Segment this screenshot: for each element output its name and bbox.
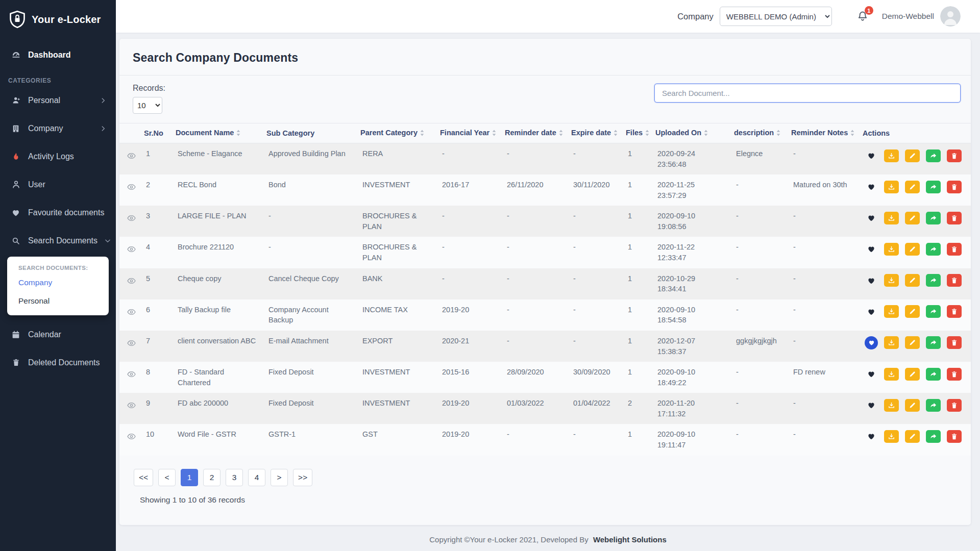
download-button[interactable] <box>884 399 899 412</box>
download-button[interactable] <box>884 181 899 193</box>
download-button[interactable] <box>884 212 899 224</box>
column-header-reminder-date[interactable]: Reminder date <box>501 123 567 143</box>
download-button[interactable] <box>884 149 899 162</box>
edit-button[interactable] <box>905 305 920 318</box>
delete-button[interactable] <box>947 212 962 224</box>
page-button-4[interactable]: 4 <box>248 469 265 486</box>
page-button-1[interactable]: 1 <box>181 469 198 486</box>
sidebar-item-company[interactable]: Company <box>0 114 116 142</box>
share-button[interactable] <box>926 305 941 318</box>
sidebar-item-deleted-documents[interactable]: Deleted Documents <box>0 348 116 377</box>
favourite-button[interactable] <box>865 398 878 412</box>
app-logo[interactable]: Your e-Locker <box>0 0 116 38</box>
page-button-3[interactable]: 3 <box>226 469 243 486</box>
favourite-button[interactable] <box>865 180 878 193</box>
delete-button[interactable] <box>947 181 962 193</box>
favourite-button[interactable] <box>865 305 878 318</box>
share-button[interactable] <box>926 368 941 381</box>
download-button[interactable] <box>884 336 899 349</box>
column-header-uploaded-on[interactable]: Uploaded On <box>651 123 730 143</box>
records-per-page-select[interactable]: 10 <box>133 97 162 114</box>
edit-button[interactable] <box>905 212 920 224</box>
sidebar-item-dashboard[interactable]: Dashboard <box>0 41 116 69</box>
delete-button[interactable] <box>947 368 962 381</box>
delete-button[interactable] <box>947 336 962 349</box>
view-button[interactable] <box>126 431 137 442</box>
sidebar-item-activity-logs[interactable]: Activity Logs <box>0 142 116 170</box>
favourite-button[interactable] <box>865 149 878 162</box>
share-button[interactable] <box>926 243 941 256</box>
column-header-files[interactable]: Files <box>622 123 651 143</box>
view-button[interactable] <box>126 399 137 411</box>
share-button[interactable] <box>926 399 941 412</box>
favourite-button[interactable] <box>865 242 878 256</box>
delete-button[interactable] <box>947 149 962 162</box>
sidebar-item-personal[interactable]: Personal <box>0 86 116 114</box>
sidebar-item-search-documents[interactable]: Search Documents <box>0 227 116 255</box>
avatar[interactable] <box>940 6 961 27</box>
download-button[interactable] <box>884 274 899 287</box>
edit-button[interactable] <box>905 399 920 412</box>
search-input[interactable] <box>654 84 961 103</box>
delete-button[interactable] <box>947 305 962 318</box>
edit-button[interactable] <box>905 430 920 443</box>
sidebar-item-calendar[interactable]: Calendar <box>0 320 116 348</box>
download-button[interactable] <box>884 368 899 381</box>
favourite-button[interactable] <box>865 274 878 287</box>
prev-page-button[interactable]: < <box>158 469 176 486</box>
view-button[interactable] <box>126 368 137 380</box>
last-page-button[interactable]: >> <box>293 469 312 486</box>
favourite-button[interactable] <box>865 367 878 381</box>
delete-button[interactable] <box>947 399 962 412</box>
cell-reminder-date: - <box>501 237 567 268</box>
view-button[interactable] <box>126 150 137 162</box>
view-button[interactable] <box>126 243 137 255</box>
cell-view <box>119 237 140 268</box>
view-button[interactable] <box>126 181 137 193</box>
edit-button[interactable] <box>905 149 920 162</box>
column-header-reminder-notes[interactable]: Reminder Notes <box>787 123 859 143</box>
download-button[interactable] <box>884 430 899 443</box>
page-button-2[interactable]: 2 <box>203 469 220 486</box>
favourite-button[interactable] <box>865 430 878 443</box>
first-page-button[interactable]: << <box>134 469 153 486</box>
share-button[interactable] <box>926 181 941 193</box>
view-button[interactable] <box>126 337 137 349</box>
column-header-description[interactable]: description <box>730 123 787 143</box>
heart-icon <box>868 339 875 346</box>
delete-button[interactable] <box>947 430 962 443</box>
download-button[interactable] <box>884 243 899 256</box>
submenu-item-personal[interactable]: Personal <box>7 292 109 310</box>
cell-files: 1 <box>622 424 651 455</box>
sidebar-item-favourite-documents[interactable]: Favourite documents <box>0 198 116 227</box>
sidebar-item-user[interactable]: User <box>0 170 116 198</box>
delete-button[interactable] <box>947 274 962 287</box>
column-header-parent-category[interactable]: Parent Category <box>356 123 436 143</box>
view-button[interactable] <box>126 212 137 224</box>
edit-button[interactable] <box>905 243 920 256</box>
developer-link[interactable]: Webelight Solutions <box>593 535 667 544</box>
view-button[interactable] <box>126 275 137 287</box>
share-button[interactable] <box>926 430 941 443</box>
view-button[interactable] <box>126 306 137 318</box>
company-select[interactable]: WEBBELL DEMO (Admin) <box>720 7 832 26</box>
column-header-financial-year[interactable]: Financial Year <box>436 123 501 143</box>
next-page-button[interactable]: > <box>271 469 288 486</box>
favourite-button[interactable] <box>865 336 878 349</box>
share-button[interactable] <box>926 274 941 287</box>
share-button[interactable] <box>926 336 941 349</box>
favourite-button[interactable] <box>865 211 878 224</box>
table-controls: Records: 10 <box>119 76 971 114</box>
share-button[interactable] <box>926 212 941 224</box>
notifications-button[interactable]: 1 <box>856 10 869 22</box>
delete-button[interactable] <box>947 243 962 256</box>
share-button[interactable] <box>926 149 941 162</box>
column-header-document-name[interactable]: Document Name <box>172 123 262 143</box>
edit-button[interactable] <box>905 274 920 287</box>
download-button[interactable] <box>884 305 899 318</box>
column-header-expire-date[interactable]: Expire date <box>567 123 622 143</box>
submenu-item-company[interactable]: Company <box>7 273 109 292</box>
edit-button[interactable] <box>905 336 920 349</box>
edit-button[interactable] <box>905 181 920 193</box>
edit-button[interactable] <box>905 368 920 381</box>
